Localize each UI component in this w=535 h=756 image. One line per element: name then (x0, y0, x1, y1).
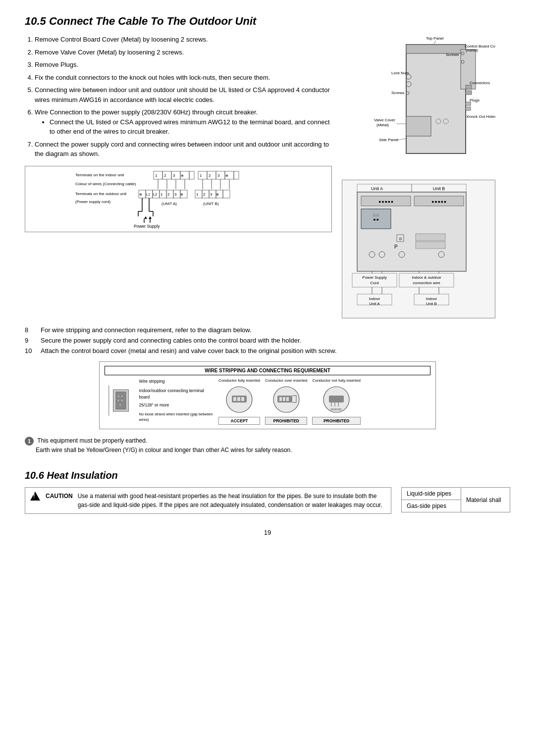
svg-text:L1: L1 (146, 193, 150, 196)
svg-text:⊙: ⊙ (399, 237, 402, 241)
wire-strip-svg: 25/64" ~ 51/128" (105, 378, 135, 423)
page-number: 19 (25, 529, 510, 536)
svg-text:Unit A: Unit A (371, 186, 383, 191)
heat-insulation-section: 10.6 Heat Insulation CAUTION Use a mater… (25, 470, 510, 514)
earth-line1: 1 This equipment must be properly earthe… (25, 436, 510, 446)
caution-triangle-icon (30, 492, 40, 501)
pipe-label-gas: Gas-side pipes (402, 500, 461, 512)
step-10-num: 10 (25, 347, 37, 354)
ws-prohibited1-svg (267, 385, 306, 414)
ws-prohibited2-label: PROHIBITED (312, 417, 360, 425)
svg-text:⊕: ⊕ (181, 174, 184, 177)
connection-diagram: Unit A Unit B ■ ■ ■ ■ ■ ■ ■ ■ ■ ■ ■ ■ □ … (342, 180, 495, 318)
svg-text:(Power supply cord): (Power supply cord) (75, 200, 110, 204)
ws-item-prohibited1: Conductor over inserted PROHIBITED (265, 378, 307, 425)
svg-text:(UNIT A): (UNIT A) (161, 202, 177, 206)
svg-point-143 (121, 395, 123, 398)
svg-text:2: 2 (209, 173, 211, 178)
ws-conductor-not-label: Conductor not fully inserted (312, 378, 360, 383)
ws-no-loose: No loose strand when inserted (gap betwe… (139, 411, 214, 423)
svg-text:Valve Cover: Valve Cover (374, 118, 395, 122)
wire-strip-title: WIRE STRIPPING AND CONNECTING REQUIREMEN… (105, 366, 430, 375)
svg-rect-81 (466, 91, 472, 95)
svg-rect-85 (466, 102, 471, 105)
ws-prohibited2-svg: strands (317, 385, 356, 414)
svg-text:1: 1 (196, 192, 199, 197)
svg-rect-14 (234, 171, 239, 179)
svg-rect-47 (223, 190, 230, 198)
outdoor-unit-svg: Top Panel Control Board Cover (metal) Sc… (342, 35, 495, 168)
svg-text:3: 3 (217, 173, 220, 178)
ws-item-prohibited2: Conductor not fully inserted strands PRO… (312, 378, 360, 425)
ws-accept-svg (219, 385, 259, 414)
svg-line-69 (433, 41, 436, 45)
step-6a: Connect the UL listed or CSA approved wi… (50, 117, 332, 137)
outdoor-unit-diagram: Top Panel Control Board Cover (metal) Sc… (342, 35, 510, 170)
svg-rect-149 (233, 397, 236, 401)
ws-indoor-label: Indoor/outdoor connecting terminal board (139, 388, 214, 401)
steps-list: Remove Control Board Cover (Metal) by lo… (35, 35, 332, 159)
svg-rect-113 (416, 242, 445, 249)
step-6: Wire Connection to the power supply (208… (35, 107, 332, 137)
step-7: Connect the power supply cord and connec… (35, 140, 332, 159)
pipe-label-liquid: Liquid-side pipes (402, 488, 461, 500)
ws-right: Conductor fully inserted ACCEPT Conducto… (218, 378, 430, 425)
svg-text:Indoor & outdoor: Indoor & outdoor (412, 275, 441, 280)
svg-text:Colour of wires (Connecting ca: Colour of wires (Connecting cable) (75, 182, 136, 186)
wiring-svg: Terminals on the indoor unit 1 2 3 ⊕ 1 2 (29, 169, 327, 229)
svg-text:Plugs: Plugs (470, 98, 480, 102)
svg-text:(metal): (metal) (466, 48, 478, 52)
svg-text:Power Supply: Power Supply (362, 275, 386, 280)
ws-diagram-left: 25/64" ~ 51/128" Wire stripping Indoor/o… (105, 378, 214, 423)
lower-steps: 8 For wire stripping and connection requ… (25, 326, 510, 354)
step-2: Remove Valve Cover (Metal) by loosening … (35, 48, 332, 57)
svg-text:1: 1 (200, 173, 202, 178)
ws-conductor-over-label: Conductor over inserted (265, 378, 307, 383)
svg-text:Screws: Screws (446, 52, 459, 57)
earth-symbol: 1 (25, 437, 34, 446)
svg-text:2: 2 (164, 173, 166, 178)
left-column: Remove Control Board Cover (Metal) by lo… (25, 35, 332, 318)
svg-text:(Metal): (Metal) (376, 123, 389, 127)
svg-rect-112 (416, 234, 445, 241)
step-1: Remove Control Board Cover (Metal) by lo… (35, 35, 332, 45)
wire-strip-content: 25/64" ~ 51/128" Wire stripping Indoor/o… (105, 378, 430, 425)
svg-text:Connectors: Connectors (470, 81, 490, 85)
svg-point-146 (119, 403, 121, 406)
svg-point-145 (121, 399, 123, 402)
svg-text:1: 1 (155, 173, 158, 178)
ws-text: Wire stripping Indoor/outdoor connecting… (139, 378, 214, 423)
svg-text:Terminals on the outdoor unit: Terminals on the outdoor unit (75, 192, 127, 196)
svg-text:L2: L2 (153, 193, 157, 196)
svg-text:Knock Out Holes: Knock Out Holes (467, 114, 495, 119)
connection-svg: Unit A Unit B ■ ■ ■ ■ ■ ■ ■ ■ ■ ■ ■ ■ □ … (342, 180, 496, 319)
svg-text:Unit A: Unit A (369, 302, 380, 306)
svg-text:3: 3 (174, 192, 177, 197)
ws-size: 25/128" or more (139, 402, 214, 408)
ws-item-accept: Conductor fully inserted ACCEPT (218, 378, 260, 425)
svg-text:2: 2 (167, 192, 170, 197)
svg-text:Side Panel: Side Panel (379, 138, 398, 142)
ws-wire-strip-label: Wire stripping (139, 378, 214, 385)
step-8-text: For wire stripping and connection requir… (41, 326, 252, 334)
svg-text:Lock Nuts: Lock Nuts (391, 71, 409, 75)
svg-text:Indoor: Indoor (369, 297, 380, 301)
earth-note: 1 This equipment must be properly earthe… (25, 436, 510, 455)
svg-point-144 (117, 399, 120, 402)
svg-point-142 (117, 395, 120, 398)
svg-text:strands: strands (330, 407, 342, 411)
svg-text:■ ■ ■ ■ ■: ■ ■ ■ ■ ■ (432, 200, 446, 203)
svg-text:■ ■: ■ ■ (374, 218, 378, 221)
ws-conductor-fully-label: Conductor fully inserted (218, 378, 260, 383)
svg-rect-150 (237, 397, 240, 401)
svg-marker-61 (144, 216, 147, 219)
svg-text:⊕: ⊕ (216, 193, 219, 196)
svg-rect-66 (406, 45, 466, 153)
step-8-num: 8 (25, 326, 37, 334)
ws-left: 25/64" ~ 51/128" Wire stripping Indoor/o… (105, 378, 214, 423)
svg-text:⊕: ⊕ (180, 193, 183, 196)
right-column: Top Panel Control Board Cover (metal) Sc… (342, 35, 510, 318)
svg-text:3: 3 (173, 173, 175, 178)
step-9-num: 9 (25, 337, 37, 344)
wiring-diagram: Terminals on the indoor unit 1 2 3 ⊕ 1 2 (25, 166, 332, 232)
